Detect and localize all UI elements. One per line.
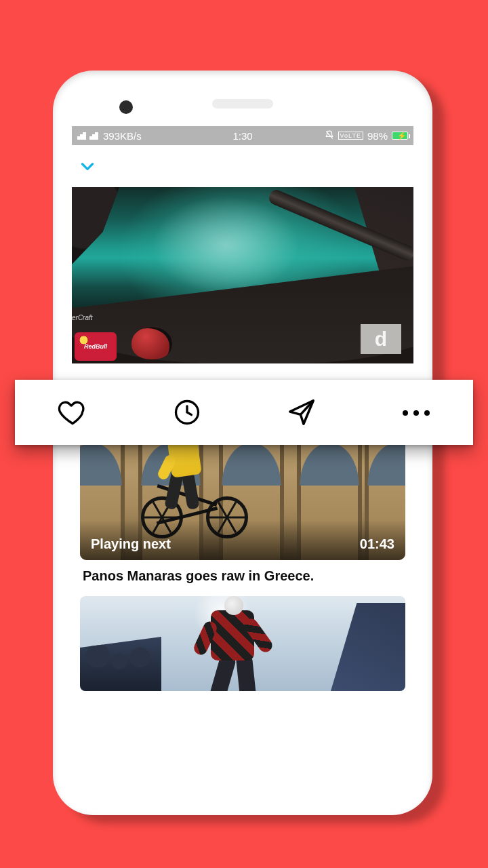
phone-camera (119, 100, 133, 114)
app-header (72, 145, 413, 187)
playing-next-card[interactable]: Playing next 01:43 (80, 425, 405, 560)
playing-next-title: Panos Manaras goes raw in Greece. (83, 568, 403, 584)
clock-icon (172, 397, 202, 427)
watch-later-button[interactable] (129, 380, 244, 445)
bell-muted-icon (325, 130, 334, 142)
status-time: 1:30 (232, 130, 252, 142)
status-right: VoLTE 98% ⚡ (325, 130, 408, 142)
volte-badge: VoLTE (338, 132, 363, 140)
playing-next-duration: 01:43 (360, 536, 394, 552)
send-icon (286, 397, 317, 428)
status-netspeed: 393KB/s (103, 130, 142, 142)
video-player[interactable]: erCraft RedBull d (72, 187, 413, 363)
more-icon (400, 406, 432, 418)
action-bar (15, 380, 473, 445)
signal-icon (89, 132, 99, 140)
dailymotion-watermark: d (361, 324, 401, 354)
screen: 393KB/s 1:30 VoLTE 98% ⚡ (72, 126, 413, 791)
thumbnail-art (185, 600, 287, 691)
battery-icon: ⚡ (392, 132, 408, 140)
collapse-button[interactable] (79, 157, 96, 175)
more-button[interactable] (359, 380, 473, 445)
sponsor-badge: RedBull (75, 332, 117, 361)
status-bar: 393KB/s 1:30 VoLTE 98% ⚡ (72, 126, 413, 145)
video-card[interactable] (80, 596, 405, 691)
share-button[interactable] (244, 380, 359, 445)
playing-next-label: Playing next (91, 536, 171, 552)
status-battery-pct: 98% (367, 130, 388, 142)
heart-icon (58, 397, 87, 427)
like-button[interactable] (15, 380, 129, 445)
phone-speaker (212, 99, 273, 108)
signal-icon (77, 132, 87, 140)
status-network: 393KB/s (77, 130, 142, 142)
video-brand-text: erCraft (72, 314, 93, 321)
